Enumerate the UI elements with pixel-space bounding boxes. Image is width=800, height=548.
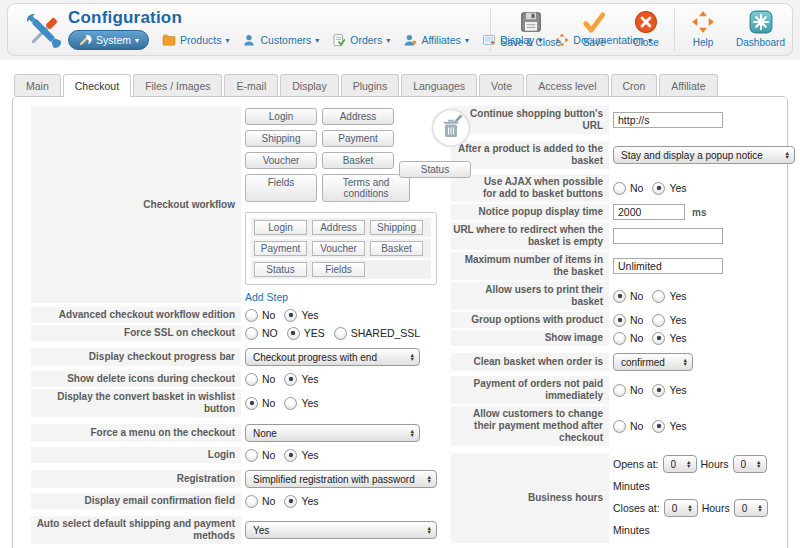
add-step-link[interactable]: Add Step	[245, 291, 288, 303]
setting-row: Allow users to print their basketNoYes	[451, 282, 795, 310]
radio-yes[interactable]	[652, 332, 665, 345]
select-dropdown[interactable]: Yes▲▼	[245, 521, 437, 539]
select-value: Yes	[253, 525, 422, 536]
menu-item-system[interactable]: System▾	[68, 30, 149, 50]
setting-row: Maximum number of items in the basket	[451, 252, 795, 280]
radio-no[interactable]	[245, 397, 258, 410]
setting-row: Force SSL on checkoutNOYESSHARED_SSL	[31, 325, 443, 341]
workflow-step-fields[interactable]: Fields	[245, 174, 317, 202]
text-input[interactable]	[613, 228, 723, 244]
menu-item-orders[interactable]: Orders▾	[332, 33, 390, 47]
tab-cron[interactable]: Cron	[611, 74, 658, 96]
close-button[interactable]: Close	[620, 4, 672, 55]
workflow-palette-shipping[interactable]: Shipping	[370, 220, 423, 235]
radio-option-label: No	[262, 373, 275, 385]
hours-label: Hours	[701, 458, 729, 470]
radio-yes[interactable]	[284, 397, 297, 410]
radio-no[interactable]	[245, 327, 258, 340]
setting-row: Display checkout progress barCheckout pr…	[31, 348, 443, 366]
tab-files-images[interactable]: Files / Images	[133, 74, 222, 96]
radio-no[interactable]	[613, 332, 626, 345]
radio-yes[interactable]	[284, 373, 297, 386]
workflow-step-shipping[interactable]: Shipping	[245, 130, 317, 147]
menu-item-affiliates[interactable]: Affiliates▾	[403, 33, 469, 47]
workflow-step-payment[interactable]: Payment	[322, 130, 394, 147]
radio-yes[interactable]	[652, 290, 665, 303]
select-dropdown[interactable]: Stay and display a popup notice▲▼	[613, 146, 795, 164]
select-dropdown[interactable]: None▲▼	[245, 424, 420, 442]
text-input[interactable]	[613, 204, 685, 220]
workflow-step-login[interactable]: Login	[245, 108, 317, 125]
tab-display[interactable]: Display	[280, 74, 338, 96]
stepper-icon: ▲▼	[683, 358, 688, 367]
radio-yes[interactable]	[287, 327, 300, 340]
chevron-down-icon: ▾	[135, 36, 139, 45]
setting-row: LoginNoYes	[31, 447, 443, 463]
radio-yes[interactable]	[652, 182, 665, 195]
radio-no[interactable]	[245, 495, 258, 508]
menu-item-label: Affiliates	[421, 34, 461, 46]
workflow-palette-address[interactable]: Address	[312, 220, 365, 235]
radio-option-label: Yes	[301, 397, 318, 409]
radio-shared-ssl[interactable]	[334, 327, 347, 340]
select-dropdown[interactable]: confirmed▲▼	[613, 353, 693, 371]
setting-label: Registration	[31, 470, 241, 488]
radio-no[interactable]	[245, 373, 258, 386]
radio-yes[interactable]	[652, 314, 665, 327]
workflow-step-address[interactable]: Address	[322, 108, 394, 125]
tab-affiliate[interactable]: Affiliate	[659, 74, 717, 96]
workflow-palette-voucher[interactable]: Voucher	[312, 241, 365, 256]
radio-yes[interactable]	[284, 495, 297, 508]
help-button[interactable]: Help	[677, 4, 729, 55]
setting-label: Login	[31, 447, 241, 463]
radio-no[interactable]	[613, 384, 626, 397]
setting-row: Display email confirmation fieldNoYes	[31, 493, 443, 509]
closes-minute-select[interactable]: 0▲▼	[734, 499, 768, 517]
radio-no[interactable]	[245, 309, 258, 322]
workflow-palette-basket[interactable]: Basket	[370, 241, 423, 256]
select-dropdown[interactable]: Simplified registration with password▲▼	[245, 470, 437, 488]
select-dropdown[interactable]: Checkout progress with end▲▼	[245, 348, 420, 366]
text-input[interactable]	[613, 258, 723, 274]
workflow-step-basket[interactable]: Basket	[322, 152, 394, 169]
radio-no[interactable]	[613, 314, 626, 327]
workflow-step-terms-and-conditions[interactable]: Terms and conditions	[322, 174, 410, 202]
radio-yes[interactable]	[284, 449, 297, 462]
trash-icon[interactable]	[431, 108, 471, 148]
setting-control: NoYes	[609, 406, 795, 446]
workflow-palette-fields[interactable]: Fields	[312, 262, 365, 277]
radio-option-label: Yes	[669, 420, 686, 432]
tab-plugins[interactable]: Plugins	[341, 74, 399, 96]
setting-label: Show delete icons during checkout	[31, 371, 241, 387]
tab-access-level[interactable]: Access level	[526, 74, 608, 96]
radio-no[interactable]	[245, 449, 258, 462]
menu-item-customers[interactable]: Customers▾	[242, 33, 319, 47]
opens-minute-select[interactable]: 0▲▼	[733, 455, 767, 473]
tab-checkout[interactable]: Checkout	[63, 74, 131, 97]
menu-item-products[interactable]: Products▾	[162, 33, 229, 47]
save-button[interactable]: Save	[568, 4, 620, 55]
stepper-icon: ▲▼	[410, 429, 415, 438]
tab-languages[interactable]: Languages	[401, 74, 477, 96]
workflow-palette-status[interactable]: Status	[254, 262, 307, 277]
tab-e-mail[interactable]: E-mail	[224, 74, 278, 96]
save-close-button[interactable]: Save & Close	[493, 4, 568, 55]
radio-yes[interactable]	[284, 309, 297, 322]
tab-main[interactable]: Main	[14, 74, 61, 96]
workflow-palette-payment[interactable]: Payment	[254, 241, 307, 256]
radio-yes[interactable]	[652, 384, 665, 397]
radio-yes[interactable]	[652, 420, 665, 433]
workflow-step-status[interactable]: Status	[399, 161, 471, 178]
tab-vote[interactable]: Vote	[479, 74, 524, 96]
text-input[interactable]	[613, 112, 723, 128]
closes-hour-select[interactable]: 0▲▼	[664, 499, 698, 517]
workflow-step-voucher[interactable]: Voucher	[245, 152, 317, 169]
workflow-palette-login[interactable]: Login	[254, 220, 307, 235]
setting-label: Display the convert basket in wishlist b…	[31, 389, 241, 417]
setting-label: Payment of orders not paid immediately	[451, 376, 609, 404]
radio-no[interactable]	[613, 182, 626, 195]
radio-no[interactable]	[613, 420, 626, 433]
opens-hour-select[interactable]: 0▲▼	[663, 455, 697, 473]
dashboard-button[interactable]: Dashboard	[729, 4, 792, 55]
radio-no[interactable]	[613, 290, 626, 303]
